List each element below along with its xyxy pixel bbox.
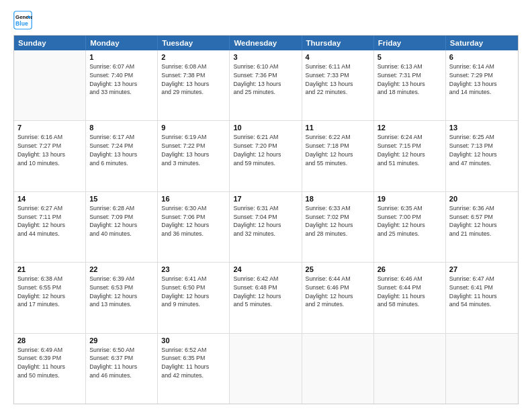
calendar-header: SundayMondayTuesdayWednesdayThursdayFrid… — [14, 36, 518, 50]
day-cell-28: 28Sunrise: 6:49 AMSunset: 6:39 PMDayligh… — [14, 334, 86, 404]
day-info: Sunrise: 6:10 AMSunset: 7:36 PMDaylight:… — [233, 62, 298, 97]
day-number: 11 — [306, 124, 370, 132]
day-cell-25: 25Sunrise: 6:44 AMSunset: 6:46 PMDayligh… — [302, 263, 374, 332]
day-info: Sunrise: 6:11 AMSunset: 7:33 PMDaylight:… — [306, 62, 370, 97]
day-cell-3: 3Sunrise: 6:10 AMSunset: 7:36 PMDaylight… — [230, 50, 302, 120]
day-number: 23 — [161, 265, 226, 273]
calendar: SundayMondayTuesdayWednesdayThursdayFrid… — [13, 35, 519, 404]
day-number: 27 — [449, 265, 515, 273]
day-info: Sunrise: 6:21 AMSunset: 7:20 PMDaylight:… — [233, 133, 298, 167]
day-info: Sunrise: 6:41 AMSunset: 6:50 PMDaylight:… — [161, 275, 226, 309]
day-cell-empty — [446, 334, 518, 404]
day-cell-27: 27Sunrise: 6:47 AMSunset: 6:41 PMDayligh… — [446, 263, 518, 332]
day-number: 5 — [378, 53, 442, 61]
day-cell-17: 17Sunrise: 6:31 AMSunset: 7:04 PMDayligh… — [230, 192, 302, 262]
day-info: Sunrise: 6:28 AMSunset: 7:09 PMDaylight:… — [89, 204, 154, 238]
day-number: 26 — [378, 265, 442, 273]
day-cell-30: 30Sunrise: 6:52 AMSunset: 6:35 PMDayligh… — [158, 334, 230, 404]
day-number: 29 — [89, 336, 154, 345]
day-number: 3 — [233, 53, 298, 61]
day-cell-11: 11Sunrise: 6:22 AMSunset: 7:18 PMDayligh… — [302, 121, 374, 191]
day-number: 25 — [306, 265, 370, 273]
day-info: Sunrise: 6:47 AMSunset: 6:41 PMDaylight:… — [449, 275, 515, 309]
day-number: 21 — [17, 265, 82, 273]
weekday-header-saturday: Saturday — [446, 36, 518, 50]
day-cell-8: 8Sunrise: 6:17 AMSunset: 7:24 PMDaylight… — [86, 121, 158, 191]
day-cell-24: 24Sunrise: 6:42 AMSunset: 6:48 PMDayligh… — [230, 263, 302, 332]
day-number: 22 — [89, 265, 154, 273]
day-info: Sunrise: 6:52 AMSunset: 6:35 PMDaylight:… — [161, 346, 226, 380]
day-cell-29: 29Sunrise: 6:50 AMSunset: 6:37 PMDayligh… — [86, 334, 158, 404]
day-info: Sunrise: 6:36 AMSunset: 6:57 PMDaylight:… — [449, 204, 515, 238]
logo-icon: General Blue — [13, 11, 32, 30]
weekday-header-monday: Monday — [86, 36, 158, 50]
day-number: 19 — [378, 195, 442, 203]
day-number: 6 — [449, 53, 515, 61]
day-number: 4 — [306, 53, 370, 61]
day-info: Sunrise: 6:19 AMSunset: 7:22 PMDaylight:… — [161, 133, 226, 167]
day-cell-19: 19Sunrise: 6:35 AMSunset: 7:00 PMDayligh… — [374, 192, 446, 262]
day-cell-10: 10Sunrise: 6:21 AMSunset: 7:20 PMDayligh… — [230, 121, 302, 191]
day-cell-6: 6Sunrise: 6:14 AMSunset: 7:29 PMDaylight… — [446, 50, 518, 120]
day-number: 17 — [233, 195, 298, 203]
day-cell-13: 13Sunrise: 6:25 AMSunset: 7:13 PMDayligh… — [446, 121, 518, 191]
day-cell-20: 20Sunrise: 6:36 AMSunset: 6:57 PMDayligh… — [446, 192, 518, 262]
day-cell-9: 9Sunrise: 6:19 AMSunset: 7:22 PMDaylight… — [158, 121, 230, 191]
day-number: 1 — [89, 53, 154, 61]
day-number: 10 — [233, 124, 298, 132]
svg-text:Blue: Blue — [15, 20, 28, 27]
day-info: Sunrise: 6:27 AMSunset: 7:11 PMDaylight:… — [17, 204, 82, 238]
day-info: Sunrise: 6:17 AMSunset: 7:24 PMDaylight:… — [89, 133, 154, 167]
header: General Blue — [13, 11, 519, 30]
day-number: 2 — [161, 53, 226, 61]
calendar-body: 1Sunrise: 6:07 AMSunset: 7:40 PMDaylight… — [14, 50, 518, 404]
day-info: Sunrise: 6:46 AMSunset: 6:44 PMDaylight:… — [378, 275, 442, 309]
day-info: Sunrise: 6:08 AMSunset: 7:38 PMDaylight:… — [161, 62, 226, 97]
day-cell-18: 18Sunrise: 6:33 AMSunset: 7:02 PMDayligh… — [302, 192, 374, 262]
day-cell-14: 14Sunrise: 6:27 AMSunset: 7:11 PMDayligh… — [14, 192, 86, 262]
day-number: 28 — [17, 336, 82, 345]
day-info: Sunrise: 6:44 AMSunset: 6:46 PMDaylight:… — [306, 275, 370, 309]
day-cell-5: 5Sunrise: 6:13 AMSunset: 7:31 PMDaylight… — [374, 50, 446, 120]
day-info: Sunrise: 6:31 AMSunset: 7:04 PMDaylight:… — [233, 204, 298, 238]
day-info: Sunrise: 6:33 AMSunset: 7:02 PMDaylight:… — [306, 204, 370, 238]
day-number: 8 — [89, 124, 154, 132]
day-info: Sunrise: 6:30 AMSunset: 7:06 PMDaylight:… — [161, 204, 226, 238]
weekday-header-wednesday: Wednesday — [230, 36, 302, 50]
day-number: 18 — [306, 195, 370, 203]
calendar-row-3: 14Sunrise: 6:27 AMSunset: 7:11 PMDayligh… — [14, 191, 518, 262]
day-cell-2: 2Sunrise: 6:08 AMSunset: 7:38 PMDaylight… — [158, 50, 230, 120]
day-cell-4: 4Sunrise: 6:11 AMSunset: 7:33 PMDaylight… — [302, 50, 374, 120]
day-number: 30 — [161, 336, 226, 345]
day-info: Sunrise: 6:42 AMSunset: 6:48 PMDaylight:… — [233, 275, 298, 309]
day-number: 16 — [161, 195, 226, 203]
day-info: Sunrise: 6:16 AMSunset: 7:27 PMDaylight:… — [17, 133, 82, 167]
day-number: 12 — [378, 124, 442, 132]
day-cell-empty — [230, 334, 302, 404]
day-cell-7: 7Sunrise: 6:16 AMSunset: 7:27 PMDaylight… — [14, 121, 86, 191]
day-info: Sunrise: 6:22 AMSunset: 7:18 PMDaylight:… — [306, 133, 370, 167]
day-info: Sunrise: 6:38 AMSunset: 6:55 PMDaylight:… — [17, 275, 82, 309]
day-info: Sunrise: 6:13 AMSunset: 7:31 PMDaylight:… — [378, 62, 442, 97]
day-number: 9 — [161, 124, 226, 132]
calendar-row-1: 1Sunrise: 6:07 AMSunset: 7:40 PMDaylight… — [14, 50, 518, 120]
day-number: 13 — [449, 124, 515, 132]
day-info: Sunrise: 6:50 AMSunset: 6:37 PMDaylight:… — [89, 346, 154, 380]
day-cell-1: 1Sunrise: 6:07 AMSunset: 7:40 PMDaylight… — [86, 50, 158, 120]
day-info: Sunrise: 6:14 AMSunset: 7:29 PMDaylight:… — [449, 62, 515, 97]
day-cell-empty — [14, 50, 86, 120]
day-cell-21: 21Sunrise: 6:38 AMSunset: 6:55 PMDayligh… — [14, 263, 86, 332]
calendar-row-5: 28Sunrise: 6:49 AMSunset: 6:39 PMDayligh… — [14, 333, 518, 404]
weekday-header-sunday: Sunday — [14, 36, 86, 50]
day-cell-empty — [302, 334, 374, 404]
calendar-row-2: 7Sunrise: 6:16 AMSunset: 7:27 PMDaylight… — [14, 120, 518, 191]
day-number: 20 — [449, 195, 515, 203]
day-number: 14 — [17, 195, 82, 203]
day-info: Sunrise: 6:35 AMSunset: 7:00 PMDaylight:… — [378, 204, 442, 238]
day-cell-26: 26Sunrise: 6:46 AMSunset: 6:44 PMDayligh… — [374, 263, 446, 332]
day-number: 15 — [89, 195, 154, 203]
day-cell-empty — [374, 334, 446, 404]
weekday-header-thursday: Thursday — [302, 36, 374, 50]
day-number: 24 — [233, 265, 298, 273]
day-number: 7 — [17, 124, 82, 132]
